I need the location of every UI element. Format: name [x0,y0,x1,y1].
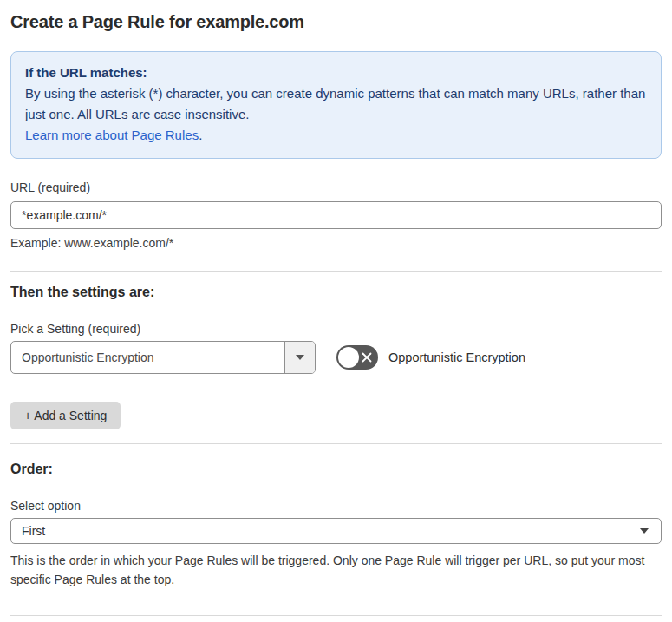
chevron-down-icon [296,355,304,360]
order-select[interactable]: First [10,518,662,544]
toggle-knob [338,347,359,368]
divider-settings [10,271,662,272]
toggle-setting-label: Opportunistic Encryption [388,350,525,364]
order-helper-text: This is the order in which your Page Rul… [10,551,662,589]
divider-actions [10,615,662,616]
setting-select[interactable]: Opportunistic Encryption [10,341,316,374]
settings-section-heading: Then the settings are: [10,285,662,300]
add-setting-button[interactable]: + Add a Setting [10,402,121,429]
learn-more-link[interactable]: Learn more about Page Rules [25,128,199,142]
opportunistic-encryption-toggle[interactable] [336,345,378,370]
create-page-rule-panel: Create a Page Rule for example.com If th… [0,0,672,622]
info-box-body: By using the asterisk (*) character, you… [25,83,647,125]
url-example-helper: Example: www.example.com/* [10,236,662,250]
link-suffix: . [199,128,202,142]
order-select-value: First [22,524,640,538]
setting-select-value: Opportunistic Encryption [11,342,284,373]
divider-order [10,443,662,444]
info-box-link-line: Learn more about Page Rules. [25,125,647,146]
pick-setting-label: Pick a Setting (required) [10,322,662,336]
order-section-heading: Order: [10,462,662,477]
url-matches-info-box: If the URL matches: By using the asteris… [10,51,662,159]
order-select-label: Select option [10,499,662,513]
setting-select-arrow-button[interactable] [284,342,315,373]
url-input[interactable] [10,201,662,229]
page-title: Create a Page Rule for example.com [10,12,662,32]
info-box-heading: If the URL matches: [25,62,647,83]
x-icon [359,345,375,370]
info-box-body-text: By using the asterisk (*) character, you… [25,86,645,121]
chevron-down-icon [640,528,649,534]
setting-row: Opportunistic Encryption Opportunistic E… [10,341,662,374]
url-field-label: URL (required) [10,180,662,194]
